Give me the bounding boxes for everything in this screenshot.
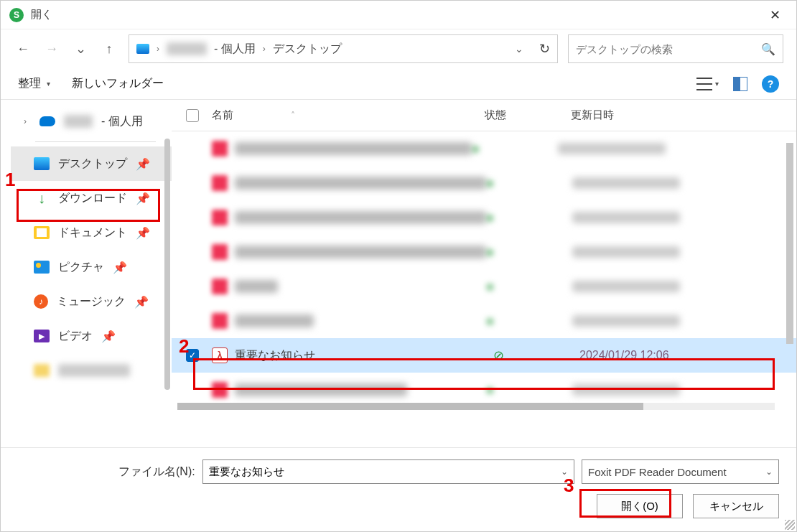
sidebar-item-label-blurred: xxxxxxxx (58, 364, 130, 377)
search-box[interactable]: 🔍 (568, 34, 783, 63)
sidebar-scrollbar[interactable] (164, 139, 170, 390)
forward-button[interactable]: → (42, 39, 61, 58)
file-list: x●x x●x x●x x●x x●x x●x ✓ 重要なお知らせ ⊘ 2024… (172, 131, 796, 407)
open-button[interactable]: 開く(O) (597, 494, 683, 518)
sidebar-item-desktop[interactable]: デスクトップ 📌 (11, 146, 172, 181)
cancel-button[interactable]: キャンセル (693, 494, 779, 518)
back-button[interactable]: ← (14, 39, 32, 58)
pin-icon[interactable]: 📌 (113, 261, 127, 274)
open-dialog: S 開く ✕ ← → ⌄ ↑ › xxxx - 個人用 › デスクトップ ⌄ ↻… (0, 0, 797, 532)
sidebar-item-documents[interactable]: ドキュメント 📌 (11, 215, 172, 250)
nav-row: ← → ⌄ ↑ › xxxx - 個人用 › デスクトップ ⌄ ↻ 🔍 (1, 29, 796, 68)
horizontal-scrollbar[interactable] (177, 403, 775, 410)
file-row-blurred[interactable]: x●x (172, 166, 796, 200)
sidebar-item-pictures[interactable]: ピクチャ 📌 (11, 250, 172, 284)
file-icon (212, 382, 228, 398)
pdf-icon (212, 347, 228, 363)
file-row-blurred[interactable]: x●x (172, 131, 796, 166)
sidebar-item-label: ダウンロード (58, 191, 127, 206)
list-view-icon (696, 78, 712, 90)
search-input[interactable] (576, 43, 761, 55)
file-row-blurred[interactable]: x●x (172, 269, 796, 304)
resize-grip[interactable] (785, 520, 795, 530)
folder-icon-blurred (34, 364, 50, 377)
sidebar-item-label: デスクトップ (58, 157, 127, 172)
filetype-select[interactable]: Foxit PDF Reader Document ⌄ (582, 459, 779, 484)
organize-menu[interactable]: 整理 (18, 76, 50, 91)
documents-icon (34, 226, 50, 239)
search-icon[interactable]: 🔍 (761, 42, 775, 56)
file-row-blurred[interactable]: x●x (172, 304, 796, 338)
sidebar-item-blurred[interactable]: xxxxxxxx (11, 353, 172, 388)
dropdown-icon[interactable]: ⌄ (561, 467, 568, 477)
file-icon (212, 313, 228, 329)
view-menu[interactable]: ▾ (696, 78, 719, 90)
file-row-blurred[interactable]: x●x (172, 235, 796, 269)
breadcrumb-dropdown[interactable]: ⌄ (515, 43, 523, 55)
pin-icon[interactable]: 📌 (136, 226, 150, 240)
chevron-icon: › (157, 44, 159, 54)
file-icon (212, 279, 228, 294)
help-button[interactable]: ? (762, 75, 779, 93)
sidebar-item-label: ピクチャ (58, 260, 104, 275)
pin-icon[interactable]: 📌 (136, 157, 150, 171)
scrollbar-thumb[interactable] (177, 403, 643, 410)
sidebar-item-label: ドキュメント (58, 225, 127, 241)
desktop-icon (34, 157, 50, 170)
file-row-selected[interactable]: ✓ 重要なお知らせ ⊘ 2024/01/29 12:06 (172, 338, 796, 373)
dropdown-icon: ⌄ (765, 467, 773, 477)
file-row-blurred[interactable]: x●x (172, 373, 796, 407)
location-icon (136, 44, 149, 54)
close-button[interactable]: ✕ (763, 4, 788, 26)
sidebar-item-downloads[interactable]: ↓ ダウンロード 📌 (11, 181, 172, 215)
pin-icon[interactable]: 📌 (101, 330, 116, 343)
app-icon: S (9, 8, 24, 22)
downloads-icon: ↓ (34, 192, 50, 205)
sidebar-onedrive-suffix: - 個人用 (101, 114, 143, 129)
column-state[interactable]: 状態 (485, 108, 571, 122)
sidebar-separator (35, 141, 156, 142)
pictures-icon (34, 261, 50, 274)
titlebar: S 開く ✕ (1, 1, 796, 29)
footer: ファイル名(N): 重要なお知らせ ⌄ Foxit PDF Reader Doc… (1, 447, 796, 531)
music-icon: ♪ (34, 294, 48, 309)
file-name: 重要なお知らせ (235, 348, 493, 363)
breadcrumb[interactable]: › xxxx - 個人用 › デスクトップ ⌄ ↻ (129, 34, 558, 63)
sidebar-item-music[interactable]: ♪ ミュージック 📌 (11, 284, 172, 319)
sidebar-item-label: ビデオ (58, 329, 93, 344)
up-button[interactable]: ↑ (100, 39, 118, 58)
expand-icon[interactable]: › (24, 116, 31, 126)
vertical-scrollbar[interactable] (786, 143, 793, 344)
preview-pane-button[interactable] (733, 77, 747, 91)
pin-icon[interactable]: 📌 (136, 192, 150, 205)
file-icon (212, 141, 228, 157)
file-checkbox[interactable]: ✓ (186, 349, 199, 362)
file-pane: 名前 ˄ 状態 更新日時 x●x x●x x●x x●x x●x x●x ✓ 重… (172, 100, 796, 447)
breadcrumb-user-suffix: - 個人用 (214, 42, 256, 57)
file-icon (212, 210, 228, 225)
sidebar-item-videos[interactable]: ▶ ビデオ 📌 (11, 319, 172, 353)
dialog-body: › xxx - 個人用 デスクトップ 📌 ↓ ダウンロード 📌 ドキュメント 📌 (1, 100, 796, 447)
file-state-synced-icon: ⊘ (493, 347, 579, 363)
pin-icon[interactable]: 📌 (134, 295, 149, 309)
sidebar-onedrive[interactable]: › xxx - 個人用 (11, 106, 172, 137)
refresh-button[interactable]: ↻ (539, 41, 550, 57)
select-all-checkbox[interactable] (186, 109, 199, 122)
sidebar: › xxx - 個人用 デスクトップ 📌 ↓ ダウンロード 📌 ドキュメント 📌 (1, 100, 172, 447)
file-row-blurred[interactable]: x●x (172, 200, 796, 235)
file-icon (212, 244, 228, 260)
column-date[interactable]: 更新日時 (571, 108, 782, 122)
sidebar-user-blurred: xxx (64, 115, 93, 128)
sort-indicator-icon: ˄ (291, 111, 295, 121)
new-folder-button[interactable]: 新しいフォルダー (72, 76, 164, 91)
breadcrumb-user-blurred: xxxx (167, 42, 207, 55)
sidebar-item-label: ミュージック (57, 294, 126, 309)
videos-icon: ▶ (34, 330, 50, 342)
column-name[interactable]: 名前 ˄ (212, 108, 485, 122)
recent-dropdown[interactable]: ⌄ (71, 39, 90, 58)
filename-input[interactable]: 重要なお知らせ ⌄ (202, 459, 574, 484)
file-icon (212, 175, 228, 191)
breadcrumb-location: デスクトップ (273, 42, 342, 57)
file-list-header: 名前 ˄ 状態 更新日時 (172, 100, 796, 131)
window-title: 開く (31, 8, 52, 22)
